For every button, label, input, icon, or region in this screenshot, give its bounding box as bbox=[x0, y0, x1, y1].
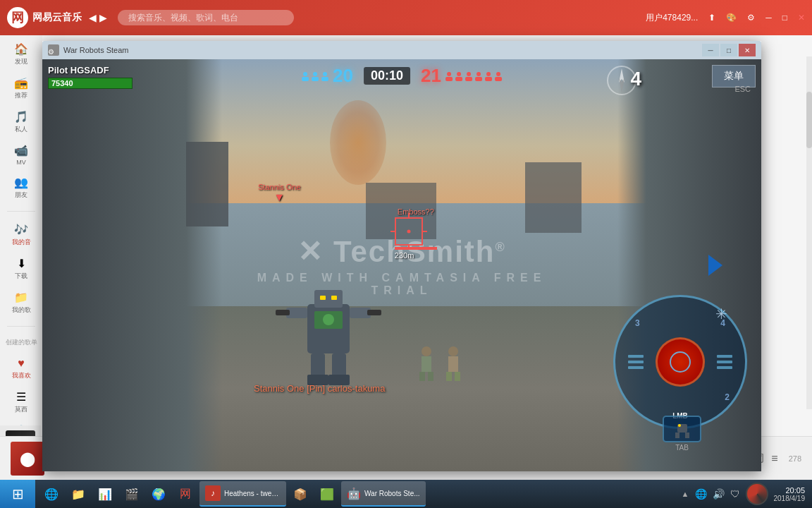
taskbar-item-minecraft[interactable]: 🟩 bbox=[314, 481, 340, 507]
sidebar-item-download[interactable]: ⬇ 下载 bbox=[15, 257, 27, 281]
tab-label: TAB bbox=[663, 444, 701, 452]
weapon-line-l1 bbox=[628, 355, 644, 358]
steam-titlebar[interactable]: ⚙ War Robots Steam ─ □ ✕ bbox=[42, 41, 761, 59]
target-distance: 230m bbox=[395, 251, 437, 260]
weapon-fire-button[interactable] bbox=[656, 337, 705, 387]
search-input[interactable] bbox=[118, 10, 294, 25]
topbar-upload-icon[interactable]: ⬆ bbox=[708, 13, 715, 23]
topbar-skin-icon[interactable]: 🎨 bbox=[726, 13, 737, 23]
sidebar-item-playlist1[interactable]: ☰ 莫西 bbox=[15, 390, 27, 414]
steam-minimize-button[interactable]: ─ bbox=[702, 44, 719, 56]
svg-rect-33 bbox=[465, 77, 472, 81]
sidebar-item-local[interactable]: 📁 我的歌 bbox=[12, 291, 31, 315]
health-value: 75340 bbox=[51, 79, 73, 87]
sidebar-liked-label: 我喜欢 bbox=[12, 371, 31, 380]
sidebar-download-label: 下载 bbox=[15, 272, 27, 281]
steam-close-button[interactable]: ✕ bbox=[739, 44, 756, 56]
weapon-wheel[interactable]: ✳ 3 4 2 bbox=[613, 295, 747, 429]
explorer-icon: 📁 bbox=[71, 487, 85, 501]
topbar-close-icon[interactable]: ✕ bbox=[798, 13, 805, 23]
taskbar-item-netease[interactable]: 网 bbox=[173, 481, 198, 507]
topbar-settings-icon[interactable]: ⚙ bbox=[747, 13, 755, 23]
tray-volume-icon[interactable]: 🔊 bbox=[713, 488, 725, 500]
pin-message: Stannis One [Pin] carlos-takuma bbox=[254, 383, 385, 394]
sidebar-item-my-music[interactable]: 🎶 我的音 bbox=[12, 223, 31, 247]
player-list-icon[interactable]: ≡ bbox=[771, 452, 777, 465]
taskbar-item-media[interactable]: 🎬 bbox=[119, 481, 144, 507]
sidebar-item-private[interactable]: 🎵 私人 bbox=[14, 110, 28, 134]
taskbar-item-browser[interactable]: 🌍 bbox=[146, 481, 171, 507]
sidebar-item-liked[interactable]: ♥ 我喜欢 bbox=[12, 357, 31, 380]
enemy2-name: Emboss?? bbox=[395, 207, 437, 216]
svg-rect-20 bbox=[446, 372, 452, 381]
liked-icon: ♥ bbox=[18, 357, 25, 370]
steam-window: ⚙ War Robots Steam ─ □ ✕ bbox=[42, 41, 761, 471]
svg-point-44 bbox=[678, 424, 681, 427]
weapon-line-r2 bbox=[717, 361, 732, 363]
svg-point-14 bbox=[422, 346, 431, 356]
svg-point-24 bbox=[313, 72, 317, 76]
taskbar-item-explorer[interactable]: 📁 bbox=[66, 481, 91, 507]
svg-rect-35 bbox=[475, 77, 482, 81]
taskbar-item-app7[interactable]: 📦 bbox=[288, 481, 313, 507]
svg-rect-39 bbox=[495, 77, 502, 81]
sidebar-item-mv[interactable]: 📹 MV bbox=[14, 144, 28, 166]
tab-switch-area[interactable]: TAB bbox=[663, 416, 701, 452]
tray-network-icon[interactable]: 🌐 bbox=[695, 488, 707, 500]
robot-switch-button[interactable] bbox=[663, 416, 701, 442]
main-scrollbar[interactable] bbox=[806, 56, 812, 409]
scrollbar-thumb[interactable] bbox=[806, 92, 812, 148]
player-song-thumb[interactable]: ⬤ bbox=[11, 442, 44, 476]
nav-back[interactable]: ◀ bbox=[89, 12, 97, 23]
taskbar-item-warrobots[interactable]: 🤖 War Robots Ste... bbox=[341, 481, 426, 507]
score-blue: 20 bbox=[333, 65, 353, 87]
tray-playing-disk[interactable] bbox=[746, 483, 768, 505]
sidebar-item-friends[interactable]: 👥 朋友 bbox=[14, 176, 28, 200]
chat-pin-message: Stannis One [Pin] carlos-takuma bbox=[254, 383, 385, 394]
taskbar-item-ie[interactable]: 🌐 bbox=[39, 481, 64, 507]
svg-rect-37 bbox=[485, 77, 492, 81]
warrobots-taskbar-label: War Robots Ste... bbox=[364, 490, 420, 497]
svg-rect-45 bbox=[675, 433, 679, 438]
steam-window-title: War Robots Steam bbox=[63, 46, 702, 54]
sidebar-created-label: 创建的歌单 bbox=[6, 338, 37, 347]
game-esc-label: ESC bbox=[734, 85, 751, 93]
svg-point-18 bbox=[448, 346, 458, 356]
weapon-num-3: 3 bbox=[635, 318, 640, 328]
steam-window-icon: ⚙ bbox=[48, 44, 59, 56]
weapon-line-l3 bbox=[628, 366, 644, 369]
start-button[interactable]: ⊞ bbox=[0, 480, 35, 508]
game-viewport[interactable]: ✕ TechSmith® MADE WITH CAMTASIA FREE TRI… bbox=[42, 59, 761, 471]
topbar-max-icon[interactable]: □ bbox=[782, 13, 787, 23]
team-blue: 20 bbox=[301, 65, 353, 87]
crosshair-bottom bbox=[408, 246, 410, 250]
netease-taskbar-icon: 网 bbox=[178, 487, 192, 501]
crosshair-left bbox=[390, 231, 395, 232]
tray-show-hidden[interactable]: ▲ bbox=[682, 490, 689, 498]
taskbar-item-taskman[interactable]: 📊 bbox=[92, 481, 118, 507]
sidebar-item-discover[interactable]: 🏠 发现 bbox=[14, 42, 28, 66]
topbar-min-icon[interactable]: ─ bbox=[765, 13, 772, 23]
steam-maximize-button[interactable]: □ bbox=[720, 44, 737, 56]
svg-point-38 bbox=[496, 72, 500, 76]
svg-marker-42 bbox=[619, 78, 625, 92]
game-timer: 00:10 bbox=[364, 67, 410, 85]
sidebar-item-recommend[interactable]: 📻 推荐 bbox=[14, 76, 28, 100]
weapon-num-2: 2 bbox=[725, 392, 730, 402]
nav-forward[interactable]: ▶ bbox=[99, 12, 107, 23]
sidebar-divider2 bbox=[7, 326, 35, 327]
tray-security-icon[interactable]: 🛡 bbox=[730, 488, 740, 500]
sidebar-recommend-label: 推荐 bbox=[15, 91, 27, 100]
browser-icon: 🌍 bbox=[152, 487, 166, 501]
svg-rect-9 bbox=[332, 353, 346, 378]
user-account[interactable]: 用户478429... bbox=[646, 12, 698, 24]
taskman-icon: 📊 bbox=[98, 487, 112, 501]
private-icon: 🎵 bbox=[14, 110, 28, 123]
taskbar-item-heathens[interactable]: ♪ Heathens - twen... bbox=[199, 481, 286, 507]
svg-rect-3 bbox=[331, 296, 337, 300]
minecraft-icon: 🟩 bbox=[320, 487, 334, 501]
svg-rect-6 bbox=[276, 310, 290, 315]
heathens-icon: ♪ bbox=[211, 488, 215, 498]
steam-titlebar-buttons: ─ □ ✕ bbox=[702, 44, 756, 56]
taskbar-tray: ▲ 🌐 🔊 🛡 20:05 2018/4/19 bbox=[675, 483, 812, 505]
